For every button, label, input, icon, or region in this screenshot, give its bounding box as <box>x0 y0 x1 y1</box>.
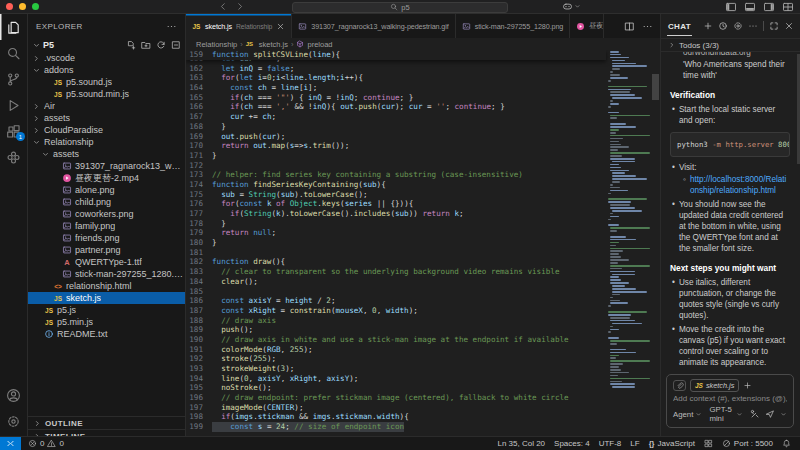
chat-text-input[interactable]: Add context (#), extensions (@), c <box>673 394 787 403</box>
refresh-explorer-icon[interactable] <box>156 40 166 50</box>
code-line-162[interactable]: 162 let inQ = false; <box>186 64 606 74</box>
code-line-199[interactable]: 199 const s = 24; // size of endpoint ic… <box>186 422 606 432</box>
chevron-down-icon[interactable] <box>780 411 787 418</box>
code-line-168[interactable]: 168 } <box>186 122 606 132</box>
model-selector[interactable]: GPT-5 mini <box>709 405 743 423</box>
status-port-5500[interactable]: Port : 5500 <box>722 439 773 448</box>
window-minimize-button[interactable] <box>19 3 26 10</box>
tree-item[interactable]: JSp5.min.js <box>28 316 185 328</box>
localhost-link[interactable]: http://localhost:8000/Relationship/relat… <box>690 174 790 196</box>
tree-item[interactable]: JSsketch.js <box>28 292 185 304</box>
code-line-196[interactable]: 196 // draw endpoint: prefer stickman im… <box>186 393 606 403</box>
code-line-187[interactable]: 187 const xRight = constrain(mouseX, 0, … <box>186 306 606 316</box>
tree-item[interactable]: coworkers.png <box>28 208 185 220</box>
send-icon[interactable] <box>765 409 775 419</box>
code-line-178[interactable]: 178 } <box>186 219 606 229</box>
code-line-159[interactable]: 159function splitCSVLine(line){ <box>186 50 606 60</box>
code-line-189[interactable]: 189 push(); <box>186 325 606 335</box>
code-line-166[interactable]: 166 if(ch === ',' && !inQ){ out.push(cur… <box>186 102 606 112</box>
tree-item[interactable]: CloudParadise <box>28 124 185 136</box>
chat-history-icon[interactable] <box>718 21 728 31</box>
add-context-icon[interactable] <box>743 381 752 390</box>
chat-more-icon[interactable] <box>748 21 758 31</box>
code-line-198[interactable]: 198 if(imgs.stickman && imgs.stickman.wi… <box>186 412 606 422</box>
new-chat-icon[interactable] <box>703 21 713 31</box>
activity-source-control[interactable] <box>0 66 27 92</box>
code-line-179[interactable]: 179 return null; <box>186 228 606 238</box>
tree-item[interactable]: .vscode <box>28 52 185 64</box>
code-line-164[interactable]: 164 const ch = line[i]; <box>186 83 606 93</box>
activity-search[interactable] <box>0 40 27 66</box>
back-icon[interactable] <box>218 1 228 12</box>
window-close-button[interactable] <box>6 3 13 10</box>
tree-item[interactable]: 391307_ragnarock13_walking-pedestrian.gi… <box>28 160 185 172</box>
attach-context-button[interactable] <box>673 380 686 391</box>
tree-item[interactable]: Relationship <box>28 136 185 148</box>
problems-status[interactable]: 0 0 <box>28 439 64 448</box>
code-line-163[interactable]: 163 for(let i=0;i<line.length;i++){ <box>186 73 606 83</box>
code-line-182[interactable]: 182function draw(){ <box>186 257 606 267</box>
explorer-more-icon[interactable] <box>166 21 177 32</box>
code-line-167[interactable]: 167 cur += ch; <box>186 112 606 122</box>
status-javascript[interactable]: {}JavaScript <box>649 439 695 448</box>
code-line-192[interactable]: 192 stroke(255); <box>186 354 606 364</box>
tab-stick-man-297255_1280.png[interactable]: stick-man-297255_1280.png <box>456 14 571 38</box>
toggle-secondary-sidebar-icon[interactable] <box>763 1 775 13</box>
code-editor[interactable]: 161 let cur = '';162 let inQ = false;163… <box>186 50 660 436</box>
status-ln-35-col-20[interactable]: Ln 35, Col 20 <box>497 439 545 448</box>
timeline-section[interactable]: TIMELINE <box>28 429 186 436</box>
tab-chat[interactable]: CHAT <box>667 17 692 36</box>
chat-close-icon[interactable] <box>784 21 794 31</box>
code-line-171[interactable]: 171} <box>186 151 606 161</box>
customize-layout-icon[interactable] <box>782 1 794 13</box>
code-line-190[interactable]: 190 // draw axis in white and use a stic… <box>186 335 606 345</box>
code-line-176[interactable]: 176 for(const k of Object.keys(series ||… <box>186 199 606 209</box>
collapse-folders-icon[interactable] <box>171 40 181 50</box>
new-folder-icon[interactable] <box>141 40 151 50</box>
status-bell[interactable] <box>782 439 791 448</box>
remote-indicator[interactable] <box>0 437 21 450</box>
chat-settings-icon[interactable] <box>733 21 743 31</box>
tree-item[interactable]: JSp5.sound.js <box>28 76 185 88</box>
tree-item[interactable]: stick-man-297255_1280.png <box>28 268 185 280</box>
code-line-170[interactable]: 170 return out.map(s=>s.trim()); <box>186 141 606 151</box>
status-grid[interactable] <box>704 439 713 448</box>
activity-flower-extension[interactable] <box>0 144 27 170</box>
editor-more-icon[interactable] <box>642 21 653 32</box>
tree-item[interactable]: README.txt <box>28 328 185 340</box>
code-line-194[interactable]: 194 line(0, axisY, xRight, axisY); <box>186 374 606 384</box>
account-icon[interactable] <box>0 382 27 408</box>
tab-391307_ragnarock13_walking-pedestrian.gif[interactable]: 391307_ragnarock13_walking-pedestrian.gi… <box>292 14 455 38</box>
code-line-193[interactable]: 193 strokeWeight(3); <box>186 364 606 374</box>
tree-item[interactable]: child.png <box>28 196 185 208</box>
chat-maximize-icon[interactable] <box>769 21 779 31</box>
tree-item[interactable]: Air <box>28 100 185 112</box>
tree-item[interactable]: JSp5.js <box>28 304 185 316</box>
gear-icon[interactable] <box>0 408 27 434</box>
context-chip[interactable]: JS sketch.js <box>690 379 739 392</box>
workspace-root-row[interactable]: P5 <box>28 38 185 52</box>
status-lf[interactable]: LF <box>630 439 639 448</box>
code-line-186[interactable]: 186 const axisY = height / 2; <box>186 296 606 306</box>
code-line-195[interactable]: 195 noStroke(); <box>186 383 606 393</box>
tree-item[interactable]: family.png <box>28 220 185 232</box>
tree-item[interactable]: alone.png <box>28 184 185 196</box>
breadcrumb-folder[interactable]: Relationship <box>196 40 237 49</box>
tree-item[interactable]: assets <box>28 112 185 124</box>
agent-mode-selector[interactable]: Agent <box>673 410 702 419</box>
code-line-183[interactable]: 183 // clear to transparent so the under… <box>186 267 606 277</box>
code-line-177[interactable]: 177 if(String(k).toLowerCase().includes(… <box>186 209 606 219</box>
breadcrumb-file[interactable]: sketch.js <box>259 40 288 49</box>
split-editor-icon[interactable] <box>624 21 635 32</box>
minimap[interactable] <box>608 51 650 436</box>
code-line-185[interactable]: 185 <box>186 287 606 297</box>
outline-section[interactable]: OUTLINE <box>28 416 186 429</box>
close-icon[interactable] <box>276 22 285 31</box>
tree-item[interactable]: assets <box>28 148 185 160</box>
chat-input-box[interactable]: JS sketch.js Add context (#), extensions… <box>666 374 794 428</box>
window-zoom-button[interactable] <box>32 3 39 10</box>
code-line-180[interactable]: 180} <box>186 238 606 248</box>
forward-icon[interactable] <box>235 1 245 12</box>
status-utf-8[interactable]: UTF-8 <box>599 439 622 448</box>
tree-item[interactable]: friends.png <box>28 232 185 244</box>
